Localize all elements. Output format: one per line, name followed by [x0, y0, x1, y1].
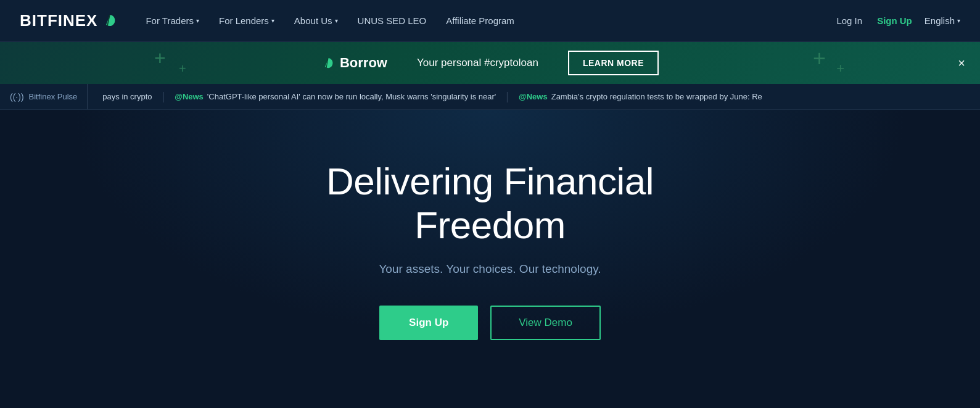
hero-demo-button[interactable]: View Demo	[490, 306, 601, 340]
chevron-down-icon: ▾	[271, 17, 274, 24]
hero-section: Delivering Financial Freedom Your assets…	[0, 110, 980, 377]
decorative-plus-1: +	[154, 47, 166, 70]
nav-for-lenders[interactable]: For Lenders ▾	[212, 10, 282, 31]
ticker-item-1: pays in crypto	[97, 92, 157, 101]
hero-signup-button[interactable]: Sign Up	[379, 306, 478, 340]
navbar-right: Log In Sign Up English ▾	[834, 10, 960, 31]
banner-brand: Borrow	[321, 55, 387, 71]
decorative-plus-4: +	[836, 60, 844, 77]
nav-affiliate-program[interactable]: Affiliate Program	[439, 10, 522, 31]
banner-tagline: Your personal #cryptoloan	[417, 57, 538, 69]
news-ticker: ((·)) Bitfinex Pulse pays in crypto | @N…	[0, 84, 980, 110]
logo-leaf-icon	[101, 12, 118, 30]
promo-banner: + + + + Borrow Your personal #cryptoloan…	[0, 42, 980, 84]
hero-buttons: Sign Up View Demo	[379, 306, 601, 340]
learn-more-button[interactable]: LEARN MORE	[568, 51, 659, 75]
ticker-separator-1: |	[157, 90, 170, 103]
banner-leaf-icon	[321, 56, 335, 70]
banner-close-button[interactable]: ×	[958, 57, 965, 69]
nav-for-traders[interactable]: For Traders ▾	[138, 10, 207, 31]
logo-text: BITFINEX	[20, 11, 97, 30]
hero-subtitle: Your assets. Your choices. Our technolog…	[379, 262, 601, 276]
navbar-left: BITFINEX For Traders ▾ For Lenders ▾ Abo…	[20, 10, 522, 31]
chevron-down-icon: ▾	[335, 17, 338, 24]
ticker-pulse-label: ((·)) Bitfinex Pulse	[0, 84, 88, 109]
language-selector[interactable]: English ▾	[924, 15, 960, 26]
ticker-separator-2: |	[501, 90, 514, 103]
login-button[interactable]: Log In	[834, 10, 865, 31]
chevron-down-icon: ▾	[957, 17, 960, 24]
nav-items: For Traders ▾ For Lenders ▾ About Us ▾ U…	[138, 10, 521, 31]
logo[interactable]: BITFINEX	[20, 11, 118, 30]
ticker-content: pays in crypto | @News 'ChatGPT-like per…	[88, 90, 980, 103]
decorative-plus-3: +	[813, 46, 826, 72]
nav-unus-sed-leo[interactable]: UNUS SED LEO	[350, 10, 434, 31]
decorative-plus-2: +	[179, 62, 186, 76]
ticker-item-3: @News Zambia's crypto regulation tests t…	[514, 92, 767, 101]
pulse-icon: ((·))	[10, 92, 24, 102]
hero-title: Delivering Financial Freedom	[326, 159, 654, 248]
navbar: BITFINEX For Traders ▾ For Lenders ▾ Abo…	[0, 0, 980, 42]
nav-about-us[interactable]: About Us ▾	[287, 10, 345, 31]
ticker-item-2: @News 'ChatGPT-like personal AI' can now…	[170, 92, 501, 101]
chevron-down-icon: ▾	[196, 17, 199, 24]
signup-nav-button[interactable]: Sign Up	[875, 10, 915, 31]
